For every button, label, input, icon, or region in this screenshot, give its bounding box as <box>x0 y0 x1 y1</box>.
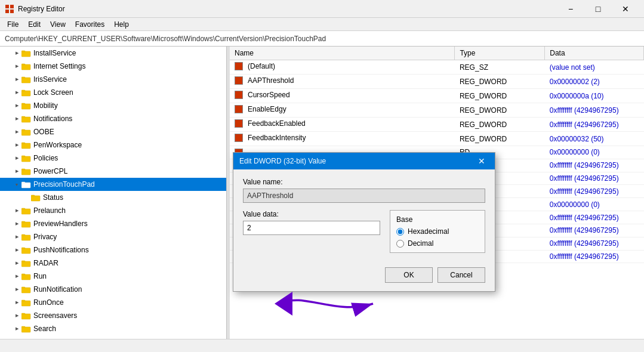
dialog-buttons: OK Cancel <box>233 261 495 291</box>
value-name-label: Value name: <box>243 178 485 186</box>
dec-label: Decimal <box>408 239 433 248</box>
value-name-input[interactable] <box>243 189 485 203</box>
edit-dword-dialog: Edit DWORD (32-bit) Value ✕ Value name: … <box>233 152 495 292</box>
hex-radio-label[interactable]: Hexadecimal <box>396 227 479 236</box>
value-data-section: Value data: <box>243 210 380 235</box>
dec-radio-label[interactable]: Decimal <box>396 239 479 248</box>
dialog-close-button[interactable]: ✕ <box>474 154 489 168</box>
value-data-input[interactable] <box>243 221 380 235</box>
cancel-button[interactable]: Cancel <box>437 267 485 283</box>
value-data-label: Value data: <box>243 210 380 218</box>
base-section: Base Hexadecimal Decimal <box>390 210 485 253</box>
hex-label: Hexadecimal <box>408 227 449 236</box>
dialog-body: Value name: Value data: Base Hexadecimal <box>233 169 495 261</box>
dialog-row: Value data: Base Hexadecimal Decimal <box>243 210 485 253</box>
svg-marker-51 <box>275 292 292 316</box>
base-label: Base <box>396 215 479 224</box>
radio-group: Hexadecimal Decimal <box>396 227 479 248</box>
dialog-title: Edit DWORD (32-bit) Value <box>239 157 474 165</box>
dec-radio[interactable] <box>396 240 404 248</box>
dialog-overlay: Edit DWORD (32-bit) Value ✕ Value name: … <box>0 0 644 352</box>
hex-radio[interactable] <box>396 228 404 236</box>
dialog-title-bar: Edit DWORD (32-bit) Value ✕ <box>233 153 495 169</box>
ok-button[interactable]: OK <box>385 267 433 283</box>
